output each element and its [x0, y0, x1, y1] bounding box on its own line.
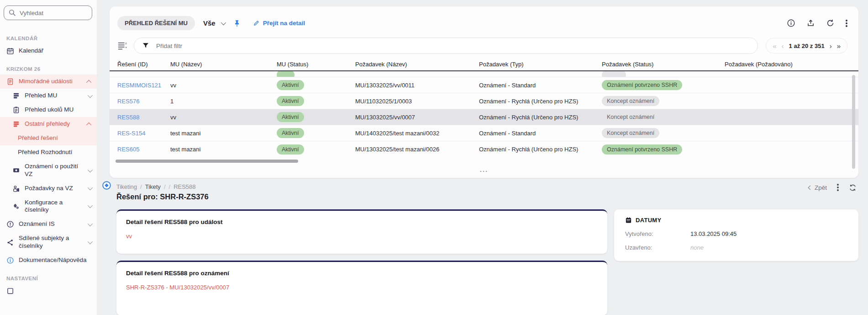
table-row-partial — [110, 71, 858, 77]
request-status-badge: Koncept oznámení — [602, 112, 659, 122]
prev-page-button[interactable]: ‹ — [782, 43, 784, 49]
mu-status-badge: Aktivní — [277, 128, 304, 138]
go-to-detail-link[interactable]: Přejít na detail — [253, 20, 305, 27]
refresh-icon[interactable] — [826, 19, 835, 27]
solution-id-link[interactable]: RES605 — [117, 146, 139, 153]
column-header[interactable]: Požadavek (Název) — [355, 61, 479, 68]
sidebar-item-prehled-rozhodnuti[interactable]: Přehled Rozhodnutí — [0, 145, 97, 160]
event-link[interactable]: vv — [126, 233, 132, 240]
solution-id-link[interactable]: RES-S154 — [117, 130, 145, 137]
table-row[interactable]: RESMIMOIS121 vv Aktivní MU/13032025/vv/0… — [110, 77, 858, 93]
chevron-down-icon — [88, 239, 93, 244]
column-header[interactable]: MU (Status) — [277, 61, 355, 68]
panel-actions — [787, 19, 847, 27]
expand-more-rows[interactable]: ... — [110, 163, 858, 178]
horizontal-scrollbar[interactable] — [116, 160, 298, 163]
gears-icon — [12, 203, 20, 210]
sidebar-item-oznameni-o-pouziti-vz[interactable]: Oznámení o použití VZ — [0, 160, 97, 182]
funnel-icon — [142, 42, 149, 49]
sync-icon[interactable] — [849, 184, 857, 192]
solution-id-link[interactable]: RES588 — [117, 114, 139, 121]
sidebar-item-label: Přehled MU — [25, 92, 83, 100]
search-input[interactable] — [4, 5, 92, 20]
sidebar-item-label: Sdílené subjekty a číselníky — [19, 235, 83, 250]
chevron-down-icon — [221, 20, 226, 25]
closed-row: Uzavřeno: none — [625, 244, 847, 251]
request-status-badge: Oznámení potvrzeno SSHR — [602, 80, 682, 90]
column-header[interactable]: Požadavek (Požadováno) — [725, 61, 858, 68]
main-area: PŘEHLED ŘEŠENÍ MU Vše Přejít na detail — [97, 0, 868, 315]
sidebar-item-partial[interactable] — [0, 284, 97, 298]
info-circle-icon[interactable] — [787, 19, 795, 27]
sidebar-item-label: Přehled Rozhodnutí — [18, 149, 91, 156]
table-row[interactable]: RES605 test mazani Aktivní MU/13032025/t… — [110, 141, 858, 157]
solution-detail-section: Tiketing / Tikety / / RES588 Řešení pro:… — [110, 183, 858, 315]
back-button[interactable]: Zpět — [809, 184, 827, 191]
mu-name-cell: vv — [170, 114, 277, 121]
dates-card: DATUMY Vytvořeno: 13.03.2025 09:45 Uzavř… — [614, 209, 858, 261]
sidebar-item-prehled-ukolu-mu[interactable]: Přehled ukolů MU — [0, 103, 97, 117]
breadcrumb-section[interactable]: Tikety — [145, 183, 161, 190]
chevron-down-icon — [88, 203, 93, 208]
sidebar-item-sdilene-subjekty[interactable]: Sdílené subjekty a číselníky — [0, 231, 97, 253]
table-row[interactable]: RES576 1 Aktivní MU/11032025/1/0003 Ozná… — [110, 93, 858, 109]
sidebar-item-prehled-reseni[interactable]: Přehled řešení — [0, 131, 97, 145]
view-badge[interactable]: PŘEHLED ŘEŠENÍ MU — [117, 16, 195, 30]
notice-link[interactable]: SHR-R-ZS376 - MU/13032025/vv/0007 — [126, 284, 229, 291]
sidebar-item-ostatni-prehledy[interactable]: Ostatní přehledy — [0, 117, 97, 131]
dates-card-title: DATUMY — [636, 217, 661, 224]
column-settings-icon[interactable]: a — [117, 41, 127, 50]
notice-badge-icon — [12, 166, 20, 174]
chevron-left-icon — [808, 185, 813, 190]
solution-id-link[interactable]: RESMIMOIS121 — [117, 82, 161, 89]
svg-text:a: a — [125, 42, 127, 45]
sidebar-item-pozadavky-na-vz[interactable]: Požadavky na VZ — [0, 182, 97, 196]
created-row: Vytvořeno: 13.03.2025 09:45 — [625, 230, 847, 237]
detail-cards-column: Detail řešení RES588 pro událost vv Deta… — [116, 209, 607, 315]
request-status-badge: Koncept oznámení — [602, 96, 659, 106]
sidebar-item-mimoradne-udalosti[interactable]: Mimořádné události — [0, 75, 97, 89]
sidebar-item-label: Ostatní přehledy — [25, 120, 83, 128]
pin-icon[interactable] — [233, 19, 241, 27]
column-header[interactable]: Požadavek (Typ) — [479, 61, 602, 68]
solution-id-link[interactable]: RES576 — [117, 98, 139, 105]
table-row[interactable]: RES588 vv Aktivní MU/13032025/vv/0007 Oz… — [110, 109, 858, 125]
column-header[interactable]: Řešení (ID) — [117, 61, 170, 68]
chevron-down-icon — [88, 92, 93, 97]
widget-diamond-icon[interactable] — [102, 181, 111, 190]
last-page-button[interactable]: » — [837, 43, 841, 49]
panel-toolbar: PŘEHLED ŘEŠENÍ MU Vše Přejít na detail — [110, 6, 858, 34]
chevron-down-icon — [88, 221, 93, 226]
clipboard-icon — [12, 106, 20, 114]
next-page-button[interactable]: › — [830, 43, 832, 49]
sidebar-item-prehled-mu[interactable]: Přehled MU — [0, 89, 97, 103]
column-header[interactable]: MU (Název) — [170, 61, 277, 68]
first-page-button[interactable]: « — [773, 43, 776, 49]
calendar-icon — [6, 47, 14, 55]
add-filter-input[interactable] — [134, 37, 758, 54]
dates-card-header: DATUMY — [625, 217, 847, 224]
detail-header-left: Tiketing / Tikety / / RES588 Řešení pro:… — [116, 183, 209, 201]
pagination: « ‹ 1 až 20 z 351 › » — [766, 38, 847, 53]
mu-status-badge: Aktivní — [277, 80, 304, 90]
calendar-icon — [625, 217, 632, 224]
scope-selector[interactable]: Vše — [203, 19, 225, 27]
filter-row: a « ‹ 1 až 20 z 351 › » — [110, 34, 858, 58]
kebab-menu-icon[interactable] — [846, 19, 847, 27]
breadcrumb-root[interactable]: Tiketing — [116, 183, 137, 190]
notice-detail-card-title: Detail řešení RES588 pro oznámení — [126, 270, 598, 277]
vertical-scrollbar[interactable] — [852, 75, 855, 169]
sidebar-item-kalendar[interactable]: Kalendář — [0, 44, 97, 58]
table-row[interactable]: RES-S154 test mazani Aktivní MU/14032025… — [110, 125, 858, 141]
sidebar-item-dokumentace[interactable]: Dokumentace/Nápověda — [0, 253, 97, 267]
kebab-menu-icon[interactable] — [837, 183, 839, 192]
sidebar-item-konfigurace-a-ciselniky[interactable]: Konfigurace a číselníky — [0, 196, 97, 218]
events-document-icon — [6, 78, 14, 85]
sidebar-item-oznameni-is[interactable]: Oznámení IS — [0, 217, 97, 231]
request-type-cell: Oznámení - Standard — [479, 130, 602, 137]
export-icon[interactable] — [806, 19, 815, 27]
column-header[interactable]: Požadavek (Status) — [602, 61, 725, 68]
request-type-cell: Oznámení - Rychlá (Určeno pro HZS) — [479, 146, 602, 153]
chevron-down-icon — [88, 167, 93, 172]
sidebar-item-label: Mimořádné události — [19, 78, 83, 85]
